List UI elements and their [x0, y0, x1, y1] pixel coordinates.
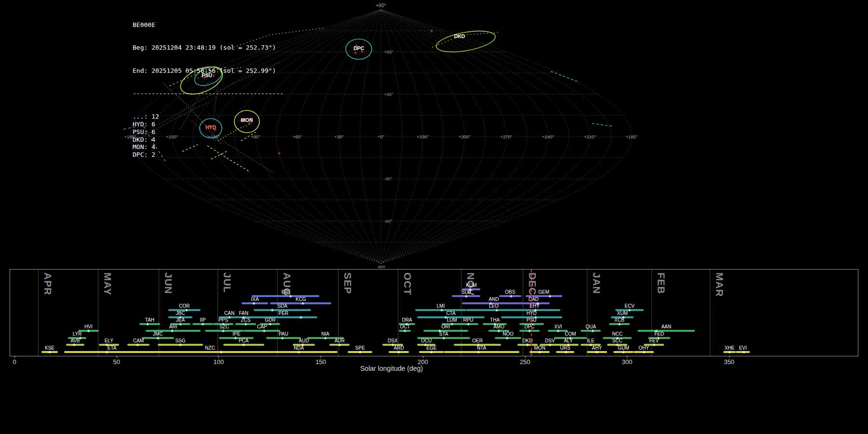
- shower-peak-pau: +: [281, 336, 284, 341]
- shower-peak-rpu: +: [467, 322, 470, 327]
- shower-peak-eta: +: [106, 350, 108, 355]
- shower-peak-sld: +: [465, 294, 468, 299]
- month-gridline-jul: [217, 270, 218, 356]
- shower-peak-ard: +: [397, 350, 400, 355]
- x-tick-label: 300: [622, 358, 632, 366]
- month-gridline-nov: [461, 270, 461, 356]
- shower-label-gem: GEM: [538, 289, 549, 295]
- month-label-may: MAY: [102, 272, 113, 296]
- x-tick-label: 50: [113, 358, 120, 366]
- shower-peak-dsv: +: [548, 343, 551, 348]
- shower-count-row: DKD: 4: [133, 136, 284, 144]
- shower-bar-nta: [444, 351, 519, 353]
- shower-peak-dkd: +: [526, 343, 529, 348]
- shower-label-kcg: KCG: [296, 297, 306, 302]
- month-label-jul: JUL: [221, 272, 233, 293]
- radiant-point-marker: [354, 52, 357, 54]
- ra-label: +210°: [584, 134, 596, 139]
- shower-peak-qua: +: [591, 329, 594, 334]
- x-axis-label: Solar longitude (deg): [360, 365, 423, 372]
- shower-label-cta: CTA: [446, 311, 455, 316]
- dec-label: -30°: [384, 176, 393, 181]
- dec-label: +30°: [384, 92, 393, 97]
- shower-bar-cap: [244, 330, 280, 332]
- shower-peak-per: +: [299, 315, 302, 320]
- shower-peak-sta: +: [442, 336, 445, 341]
- begin-time: Beg: 20251204 23:48:19 (sol = 252.73°): [133, 44, 284, 52]
- shower-count-row: MON: 4: [133, 143, 284, 151]
- shower-peak-can: +: [228, 315, 231, 320]
- month-label-mar: MAR: [714, 272, 725, 297]
- shower-peak-cap: +: [263, 329, 266, 334]
- radiant-point-marker: [430, 29, 433, 32]
- shower-peak-lum: +: [450, 322, 453, 327]
- x-tick-label: 250: [520, 358, 530, 366]
- month-gridline-jun: [159, 270, 159, 356]
- shower-peak-xhe: +: [728, 350, 731, 355]
- shower-count-row: DPC: 2: [133, 151, 284, 159]
- pole-label-north: +90°: [376, 3, 386, 8]
- shower-activity-timeline: APRMAYJUNJULAUGSEPOCTNOVDECJANFEBMARKUM+…: [10, 269, 858, 356]
- meteor-trail: [592, 123, 613, 126]
- sky-map-projection: +90°-90°+180°+150°+120°+90°+60°+30°+0°+3…: [0, 0, 868, 268]
- radiant-ring-dkd: [435, 27, 497, 56]
- ra-label: +240°: [542, 134, 554, 139]
- shower-peak-ari: +: [171, 329, 174, 334]
- shower-bar-eta: [64, 351, 160, 353]
- shower-count-row: ...: 12: [133, 113, 284, 121]
- shower-peak-nta: +: [477, 350, 480, 355]
- ra-label: +60°: [293, 134, 302, 139]
- shower-peak-obs: +: [510, 294, 513, 299]
- shower-peak-iip: +: [202, 322, 204, 327]
- month-label-jan: JAN: [591, 272, 602, 294]
- meteor-trail: [551, 71, 579, 82]
- shower-peak-tah: +: [146, 322, 149, 327]
- shower-peak-spe: +: [359, 350, 362, 355]
- x-tick: [14, 356, 15, 358]
- x-tick-label: 0: [13, 358, 16, 366]
- shower-peak-aur: +: [338, 343, 341, 348]
- shower-peak-szc: +: [222, 329, 225, 334]
- shower-peak-ege: +: [430, 350, 433, 355]
- shower-peak-gdr: +: [269, 322, 271, 327]
- shower-label-ori: ORI: [442, 324, 450, 329]
- shower-peak-ecv: +: [628, 308, 631, 313]
- shower-label-sda: SDA: [277, 303, 287, 309]
- month-label-feb: FEB: [655, 272, 667, 294]
- shower-label-qua: QUA: [585, 324, 596, 329]
- shower-peak-zcs: +: [244, 322, 247, 327]
- x-tick: [423, 356, 423, 358]
- shower-peak-cam: +: [136, 343, 139, 348]
- ra-label: +270°: [500, 134, 512, 139]
- x-tick: [321, 356, 321, 358]
- shower-peak-kse: +: [48, 350, 51, 355]
- shower-peak-pca: +: [242, 343, 245, 348]
- shower-peak-jmc: +: [156, 336, 159, 341]
- shower-peak-urs: +: [565, 350, 568, 355]
- shower-count-row: HYD: 6: [133, 121, 284, 128]
- x-tick: [218, 356, 219, 358]
- shower-count-row: PSU: 6: [133, 128, 284, 136]
- shower-bar-aan: [637, 330, 695, 332]
- shower-peak-ahy: +: [596, 350, 598, 355]
- month-label-apr: APR: [42, 272, 54, 295]
- radiant-label-dkd: DKD: [454, 33, 465, 39]
- shower-count-list: ...: 12HYD: 6PSU: 6DKD: 4MON: 4DPC: 2: [133, 113, 284, 159]
- month-label-sep: SEP: [342, 272, 353, 294]
- end-time: End: 20251205 05:56:56 (sol = 252.99°): [133, 67, 284, 75]
- shower-label-eta: ETA: [108, 345, 117, 351]
- shower-peak-nzc: +: [220, 350, 223, 355]
- ra-label: +30°: [334, 134, 344, 139]
- x-tick: [627, 356, 627, 358]
- current-sol-line: [531, 270, 532, 356]
- ra-label: +180°: [625, 134, 637, 139]
- shower-peak-ipe: +: [234, 336, 237, 341]
- ra-label: +330°: [417, 134, 429, 139]
- dec-label: +60°: [384, 49, 393, 54]
- shower-peak-avb: +: [73, 343, 76, 348]
- shower-peak-hvi: +: [87, 329, 90, 334]
- shower-peak-evi: +: [743, 350, 746, 355]
- shower-bar-per: [250, 316, 317, 318]
- month-gridline-oct: [398, 270, 398, 356]
- pole-label-south: -90°: [377, 265, 385, 268]
